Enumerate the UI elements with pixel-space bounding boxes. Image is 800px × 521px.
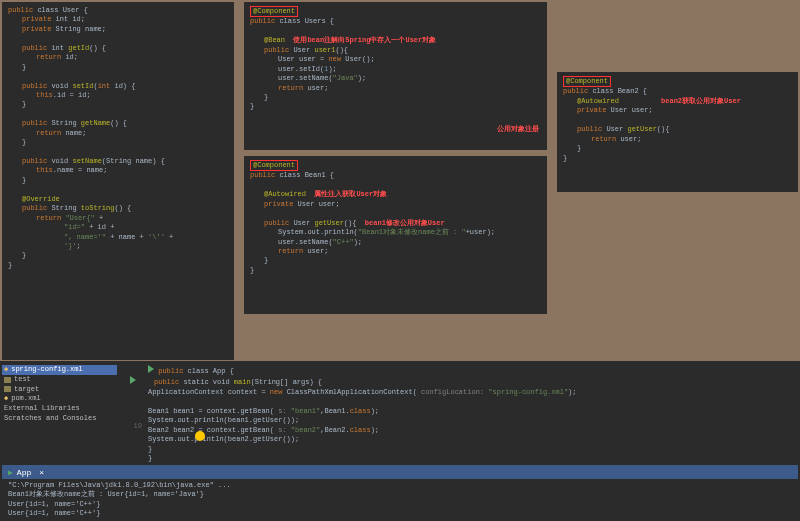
note: 公用对象注册 (497, 125, 539, 134)
t: (){ (657, 125, 670, 133)
t: public (154, 378, 179, 386)
t: ,Bean1. (320, 407, 349, 415)
intention-bulb-icon[interactable] (195, 431, 205, 441)
code-panel-bean1: @Component public class Bean1 { @Autowir… (244, 156, 547, 314)
t: User(); (341, 55, 375, 63)
console-line: User{id=1, name='C++'} (8, 509, 792, 518)
t: Bean1 bean1 = context.getBean( (148, 407, 274, 415)
t: () { (114, 204, 131, 212)
tree-item[interactable]: Scratches and Consoles (2, 414, 117, 424)
console-line: "C:\Program Files\Java\jdk1.8.0_192\bin\… (8, 481, 792, 490)
tree-item[interactable]: External Libraries (2, 404, 117, 414)
t: } (8, 251, 228, 260)
t: "spring-config.xml" (488, 388, 568, 396)
t: @Autowired (264, 190, 306, 198)
xml-icon: ◆ (4, 365, 8, 375)
t: user1 (314, 46, 335, 54)
t: } (250, 266, 541, 275)
t: user.setName( (278, 74, 333, 82)
t: class (350, 426, 371, 434)
t: } (120, 445, 798, 454)
t: } (120, 454, 798, 463)
t: User (289, 46, 314, 54)
t: user; (303, 247, 328, 255)
t: ); (371, 407, 379, 415)
t: class (275, 17, 304, 25)
console-line: Bean1对象未修改name之前 : User{id=1, name='Java… (8, 490, 792, 499)
t: } (250, 256, 541, 265)
t: User (606, 106, 631, 114)
note: 使用bean注解向Spring中存入一个User对象 (293, 36, 436, 44)
run-icon: ▶ (8, 468, 13, 477)
t: @Autowired (577, 97, 619, 105)
t: pom.xml (11, 394, 40, 404)
t: User { (63, 6, 88, 14)
t: public (8, 6, 33, 14)
t: Bean2 bean2 = context.getBean( (148, 426, 274, 434)
t: ClassPathXmlApplicationContext( (282, 388, 416, 396)
t: id) { (110, 82, 135, 90)
t: } (8, 176, 228, 185)
t: (){ (335, 46, 348, 54)
close-icon[interactable]: × (39, 468, 44, 477)
t: class (350, 407, 371, 415)
t: System.out.println( (278, 228, 358, 236)
t: Bean1 { (305, 171, 334, 179)
project-tree[interactable]: ◆spring-config.xml test target ◆pom.xml … (2, 365, 117, 424)
t: return (36, 129, 61, 137)
t: public (577, 125, 602, 133)
t: App { (213, 367, 234, 375)
t: "User{" (61, 214, 95, 222)
console-output[interactable]: "C:\Program Files\Java\jdk1.8.0_192\bin\… (2, 479, 798, 521)
t: } (8, 138, 228, 147)
t: public (22, 82, 47, 90)
t: public (264, 46, 289, 54)
t: user; (303, 84, 328, 92)
run-gutter-icon[interactable] (130, 376, 136, 384)
t: String (47, 204, 81, 212)
t: + (95, 214, 103, 222)
t: void (47, 82, 72, 90)
t: User (602, 125, 627, 133)
t: user; (632, 106, 653, 114)
annotation-component: @Component (563, 76, 611, 87)
t: ); (358, 74, 366, 82)
t: ); (371, 426, 379, 434)
t: System.out.println(bean2.getUser()); (148, 435, 299, 443)
t: target (14, 385, 39, 395)
t: return (591, 135, 616, 143)
code-panel-user: public class User { private int id; priv… (2, 2, 234, 360)
t: "Java" (333, 74, 358, 82)
tree-item[interactable]: ◆pom.xml (2, 394, 117, 404)
t: return (36, 214, 61, 222)
tree-item[interactable]: test (2, 375, 117, 385)
t: this (36, 91, 53, 99)
code-panel-app[interactable]: public class App { public static void ma… (120, 365, 798, 463)
t: String (51, 25, 85, 33)
run-gutter-icon[interactable] (148, 365, 154, 373)
tree-item[interactable]: target (2, 385, 117, 395)
t: '}' (64, 242, 77, 250)
t: public (264, 219, 289, 227)
t: toString (81, 204, 115, 212)
t: } (8, 261, 228, 270)
t: new (328, 55, 341, 63)
t: "Bean1对象未修改name之前 : " (358, 228, 466, 236)
t: class (588, 87, 617, 95)
folder-icon (4, 377, 11, 383)
note: bean2获取公用对象User (661, 97, 741, 105)
t: getName (81, 119, 110, 127)
tree-item[interactable]: ◆spring-config.xml (2, 365, 117, 375)
t: getUser (314, 219, 343, 227)
t: .id = id; (53, 91, 91, 99)
t: Bean2 { (618, 87, 647, 95)
t: getId (68, 44, 89, 52)
t: id; (61, 53, 78, 61)
t: } (8, 63, 228, 72)
t: return (278, 247, 303, 255)
run-tab[interactable]: ▶ App × (2, 465, 798, 479)
t: "bean1" (291, 407, 320, 415)
code-panel-bean2: @Component public class Bean2 { @Autowir… (557, 72, 798, 192)
note: 属性注入获取User对象 (314, 190, 387, 198)
t: new (270, 388, 283, 396)
